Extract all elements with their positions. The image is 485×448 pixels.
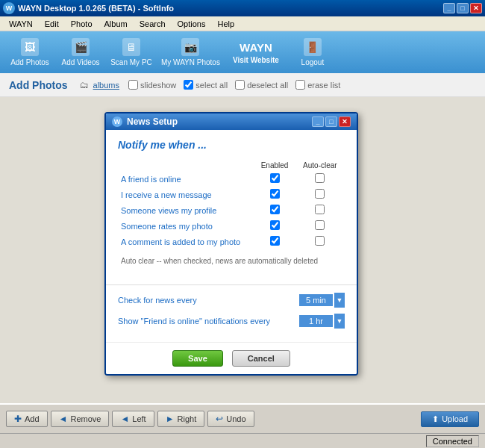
add-photos-title: Add Photos <box>9 79 68 91</box>
table-row: Someone rates my photo <box>118 218 345 234</box>
upload-button[interactable]: ⬆ Upload <box>421 411 479 427</box>
row-label-3: Someone rates my photo <box>118 218 254 234</box>
toolbar-visit-label: Visit Website <box>233 56 279 64</box>
window-title: WAYN Desktop 1.0.265 (BETA) - SoftInfo <box>18 4 443 13</box>
menu-wayn[interactable]: WAYN <box>3 18 39 30</box>
menu-edit[interactable]: Edit <box>39 18 65 30</box>
row-autoclear-3[interactable] <box>295 218 345 234</box>
logout-icon: 🚪 <box>304 38 322 56</box>
toolbar-my-wayn-photos[interactable]: 📷 My WAYN Photos <box>158 34 223 70</box>
erase-list-checkbox-item[interactable]: erase list <box>295 80 340 90</box>
check-news-select[interactable]: 5 min ▼ <box>299 293 345 308</box>
row-autoclear-1[interactable] <box>295 187 345 202</box>
toolbar-wayn-label: WAYN <box>240 41 272 54</box>
row-enabled-3[interactable] <box>254 218 295 234</box>
dialog-close-button[interactable]: ✕ <box>339 116 351 127</box>
slideshow-checkbox[interactable] <box>128 80 138 90</box>
toolbar-my-photos-label: My WAYN Photos <box>161 58 220 66</box>
enabled-checkbox-4[interactable] <box>270 236 280 246</box>
row-autoclear-0[interactable] <box>295 171 345 187</box>
enabled-checkbox-3[interactable] <box>270 220 280 230</box>
notify-table: Enabled Auto-clear A friend is online I … <box>118 160 345 249</box>
toolbar-logout-label: Logout <box>301 58 325 66</box>
show-friend-dropdown[interactable]: ▼ <box>334 314 345 329</box>
maximize-button[interactable]: □ <box>457 3 469 13</box>
undo-label: Undo <box>226 414 245 423</box>
col-header-enabled: Enabled <box>254 160 295 171</box>
show-friend-row: Show "Friend is online" notifications ev… <box>118 314 345 329</box>
row-label-0: A friend is online <box>118 171 254 187</box>
toolbar-add-videos[interactable]: 🎬 Add Videos <box>57 34 104 70</box>
minimize-button[interactable]: _ <box>443 3 455 13</box>
news-setup-dialog: W News Setup _ □ ✕ Notify me when ... En… <box>104 112 358 376</box>
enabled-checkbox-2[interactable] <box>270 205 280 214</box>
menu-album[interactable]: Album <box>98 18 134 30</box>
enabled-checkbox-1[interactable] <box>270 189 280 199</box>
check-news-value[interactable]: 5 min <box>299 294 333 306</box>
row-enabled-0[interactable] <box>254 171 295 187</box>
toolbar-scan-label: Scan My PC <box>110 58 152 66</box>
menu-search[interactable]: Search <box>134 18 172 30</box>
toolbar-add-photos[interactable]: 🖼 Add Photos <box>6 34 54 70</box>
row-label-2: Someone views my profile <box>118 202 254 218</box>
erase-list-checkbox[interactable] <box>295 80 305 90</box>
slideshow-label: slideshow <box>140 81 176 90</box>
show-friend-value[interactable]: 1 hr <box>299 315 333 327</box>
deselect-all-checkbox[interactable] <box>235 80 245 90</box>
left-button[interactable]: ◄ Left <box>112 411 154 427</box>
row-enabled-2[interactable] <box>254 202 295 218</box>
menu-options[interactable]: Options <box>172 18 212 30</box>
row-autoclear-2[interactable] <box>295 202 345 218</box>
dialog-maximize-button[interactable]: □ <box>325 116 337 127</box>
col-header-auto-clear: Auto-clear <box>295 160 345 171</box>
autoclear-checkbox-0[interactable] <box>315 173 325 183</box>
autoclear-checkbox-3[interactable] <box>315 220 325 230</box>
col-header-item <box>118 160 254 171</box>
dialog-minimize-button[interactable]: _ <box>312 116 324 127</box>
row-autoclear-4[interactable] <box>295 234 345 249</box>
select-all-checkbox[interactable] <box>184 80 193 90</box>
my-photos-icon: 📷 <box>181 38 199 56</box>
right-button[interactable]: ► Right <box>157 411 205 427</box>
save-button[interactable]: Save <box>172 350 223 367</box>
deselect-all-label: deselect all <box>247 81 288 90</box>
cancel-button[interactable]: Cancel <box>232 350 290 367</box>
select-all-checkbox-item[interactable]: select all <box>184 80 228 90</box>
menu-photo[interactable]: Photo <box>65 18 98 30</box>
status-text: Connected <box>426 435 479 447</box>
auto-clear-note: Auto clear -- when checked, news are aut… <box>118 255 345 267</box>
dialog-body: Notify me when ... Enabled Auto-clear A … <box>106 130 357 284</box>
remove-button[interactable]: ◄ Remove <box>51 411 110 427</box>
toolbar-visit-website[interactable]: WAYN Visit Website <box>226 34 286 70</box>
check-news-dropdown[interactable]: ▼ <box>334 293 345 308</box>
albums-link[interactable]: albums <box>93 81 119 90</box>
toolbar-logout[interactable]: 🚪 Logout <box>289 34 337 70</box>
deselect-all-checkbox-item[interactable]: deselect all <box>235 80 288 90</box>
row-enabled-4[interactable] <box>254 234 295 249</box>
close-button[interactable]: ✕ <box>470 3 482 13</box>
dialog-app-icon: W <box>112 116 122 127</box>
row-label-1: I receive a new message <box>118 187 254 202</box>
table-row: Someone views my profile <box>118 202 345 218</box>
row-enabled-1[interactable] <box>254 187 295 202</box>
app-icon: W <box>3 2 15 14</box>
menu-help[interactable]: Help <box>211 18 240 30</box>
show-friend-select[interactable]: 1 hr ▼ <box>299 314 345 329</box>
bottom-toolbar: ✚ Add ◄ Remove ◄ Left ► Right ↩ Undo ⬆ U… <box>0 403 485 433</box>
toolbar-scan-my-pc[interactable]: 🖥 Scan My PC <box>107 34 155 70</box>
dialog-footer: Save Cancel <box>106 342 357 374</box>
enabled-checkbox-0[interactable] <box>270 173 280 183</box>
table-row: I receive a new message <box>118 187 345 202</box>
toolbar-add-photos-label: Add Photos <box>10 58 49 66</box>
autoclear-checkbox-4[interactable] <box>315 236 325 246</box>
notify-title: Notify me when ... <box>118 139 345 151</box>
toolbar-add-videos-label: Add Videos <box>62 58 100 66</box>
undo-button[interactable]: ↩ Undo <box>207 411 254 427</box>
add-button[interactable]: ✚ Add <box>6 411 48 427</box>
main-content: W News Setup _ □ ✕ Notify me when ... En… <box>0 97 485 448</box>
check-news-row: Check for news every 5 min ▼ <box>118 293 345 308</box>
title-bar: W WAYN Desktop 1.0.265 (BETA) - SoftInfo… <box>0 0 485 16</box>
autoclear-checkbox-2[interactable] <box>315 205 325 214</box>
autoclear-checkbox-1[interactable] <box>315 189 325 199</box>
slideshow-checkbox-item[interactable]: slideshow <box>128 80 176 90</box>
